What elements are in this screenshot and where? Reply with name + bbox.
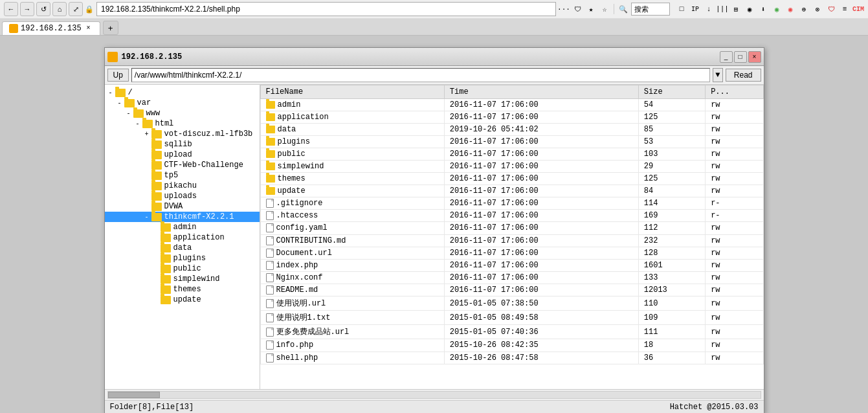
table-row[interactable]: Nginx.conf2016-11-07 17:06:00133rw — [260, 272, 763, 284]
table-row[interactable]: config.yaml2016-11-07 17:06:00112rw — [260, 222, 763, 234]
path-input[interactable] — [131, 68, 710, 82]
tree-toggle-html[interactable]: - — [133, 120, 142, 128]
ext2-icon[interactable]: ◉ — [785, 3, 796, 15]
col-size[interactable]: Size — [638, 85, 705, 99]
table-row[interactable]: Document.url2016-11-07 17:06:00128rw — [260, 247, 763, 259]
table-row[interactable]: index.php2016-11-07 17:06:001601rw — [260, 259, 763, 271]
new-tab-button[interactable]: + — [103, 21, 118, 35]
tree-node-vot[interactable]: +vot-discuz.ml-lfb3b — [105, 129, 260, 139]
table-row[interactable]: .htaccess2016-11-07 17:06:00169r- — [260, 210, 763, 222]
table-row[interactable]: plugins2016-11-07 17:06:0053rw — [260, 136, 763, 148]
doc-file-icon — [266, 199, 274, 208]
library-icon[interactable]: ||| — [717, 3, 728, 15]
table-row[interactable]: themes2016-11-07 17:06:00125rw — [260, 173, 763, 185]
tree-node-dvwa[interactable]: DVWA — [105, 201, 260, 212]
tree-node-tp5[interactable]: tp5 — [105, 170, 260, 181]
tree-node-t-plugins[interactable]: plugins — [105, 253, 260, 263]
doc-file-icon — [266, 340, 274, 350]
tree-node-www[interactable]: -www — [105, 108, 260, 118]
col-time[interactable]: Time — [444, 85, 638, 99]
ext5-icon[interactable]: 🛡 — [825, 3, 837, 15]
tree-node-thinkcmf[interactable]: -thinkcmf-X2.2.1 — [105, 212, 260, 222]
tree-node-pikachu[interactable]: pikachu — [105, 181, 260, 191]
shield-icon[interactable]: 🛡 — [572, 3, 583, 15]
table-row[interactable]: CONTRIBUTING.md2016-11-07 17:06:00232rw — [260, 234, 763, 247]
table-row[interactable]: data2019-10-26 05:41:0285rw — [260, 124, 763, 136]
up-button[interactable]: Up — [107, 69, 129, 82]
tree-node-ctf[interactable]: CTF-Web-Challenge — [105, 160, 260, 170]
save-icon[interactable]: ⬇ — [757, 3, 769, 15]
ext1-icon[interactable]: ◉ — [771, 3, 783, 15]
search-input[interactable] — [631, 3, 670, 16]
file-perm-cell: rw — [706, 272, 763, 284]
table-row[interactable]: .gitignore2016-11-07 17:06:00114r- — [260, 197, 763, 210]
tab-close-button[interactable]: × — [84, 24, 93, 33]
back-button[interactable]: ← — [4, 2, 18, 16]
star-icon[interactable]: ☆ — [599, 3, 610, 15]
tree-node-t-public[interactable]: public — [105, 263, 260, 274]
screenshot-icon[interactable]: □ — [676, 3, 687, 15]
col-filename[interactable]: FileName — [260, 85, 444, 99]
table-row[interactable]: public2016-11-07 17:06:00103rw — [260, 148, 763, 161]
table-row[interactable]: 使用说明.url2015-01-05 07:38:50110rw — [260, 296, 763, 311]
table-row[interactable]: update2016-11-07 17:06:0084rw — [260, 185, 763, 197]
table-row[interactable]: application2016-11-07 17:06:00125rw — [260, 111, 763, 124]
read-button[interactable]: Read — [726, 69, 761, 82]
tree-node-t-simplewind[interactable]: simplewind — [105, 274, 260, 284]
file-size-cell: 103 — [638, 148, 705, 161]
table-row[interactable]: info.php2015-10-26 08:42:3518rw — [260, 339, 763, 352]
col-perm[interactable]: P... — [706, 85, 763, 99]
tree-toggle-thinkcmf[interactable]: - — [142, 214, 151, 221]
tree-toggle-var[interactable]: - — [115, 100, 124, 107]
file-size-cell: 112 — [638, 222, 705, 234]
ext4-icon[interactable]: ⊗ — [812, 3, 823, 15]
ext3-icon[interactable]: ⊕ — [798, 3, 810, 15]
horizontal-scrollbar[interactable] — [107, 391, 761, 399]
tree-node-t-application[interactable]: application — [105, 232, 260, 243]
download-icon[interactable]: ↓ — [703, 3, 715, 15]
minimize-button[interactable]: _ — [720, 51, 733, 63]
table-row[interactable]: admin2016-11-07 17:06:0054rw — [260, 99, 763, 111]
table-row[interactable]: simplewind2016-11-07 17:06:0029rw — [260, 161, 763, 173]
maximize-button[interactable]: □ — [734, 51, 747, 63]
table-row[interactable]: README.md2016-11-07 17:06:0012013rw — [260, 284, 763, 296]
tree-node-sqllib[interactable]: sqllib — [105, 139, 260, 150]
tree-node-t-data[interactable]: data — [105, 243, 260, 253]
file-name-cell: Document.url — [260, 247, 444, 259]
app-toolbar: Up ▼ Read — [105, 66, 764, 85]
search-icon[interactable]: 🔍 — [618, 3, 629, 15]
forward-button[interactable]: → — [20, 2, 34, 16]
address-bar[interactable] — [96, 2, 556, 16]
more-icon[interactable]: ··· — [558, 3, 570, 15]
tree-node-upload[interactable]: upload — [105, 150, 260, 160]
expand-button[interactable]: ⤢ — [69, 2, 83, 16]
home-button[interactable]: ⌂ — [52, 2, 67, 16]
table-row[interactable]: 使用说明1.txt2015-01-05 08:49:58109rw — [260, 311, 763, 325]
tree-node-html[interactable]: -html — [105, 118, 260, 129]
file-size-cell: 232 — [638, 234, 705, 247]
path-dropdown[interactable]: ▼ — [713, 68, 723, 82]
tree-node-t-update[interactable]: update — [105, 295, 260, 305]
tree-toggle-root[interactable]: - — [106, 89, 115, 96]
tab-favicon — [9, 24, 18, 33]
tree-node-root[interactable]: -/ — [105, 87, 260, 98]
ext6-icon[interactable]: ≡ — [839, 3, 851, 15]
bookmark-star-icon[interactable]: ★ — [585, 3, 597, 15]
tree-node-uploads[interactable]: uploads — [105, 191, 260, 201]
table-row[interactable]: shell.php2015-10-26 08:47:5836rw — [260, 352, 763, 364]
reload-button[interactable]: ↺ — [36, 2, 50, 16]
file-name-text: Nginx.conf — [276, 273, 323, 282]
active-tab[interactable]: 192.168.2.135 × — [2, 21, 100, 35]
file-name-cell: Nginx.conf — [260, 272, 444, 284]
tree-toggle-vot[interactable]: + — [142, 131, 151, 138]
scrollbar-thumb[interactable] — [108, 392, 160, 398]
account-icon[interactable]: ◉ — [744, 3, 755, 15]
tab-icon[interactable]: ⊞ — [730, 3, 742, 15]
tree-toggle-www[interactable]: - — [124, 110, 133, 117]
tree-node-t-admin[interactable]: admin — [105, 222, 260, 232]
table-row[interactable]: 更多免费成品站.url2015-01-05 07:40:36111rw — [260, 325, 763, 339]
tree-node-var[interactable]: -var — [105, 98, 260, 108]
folder-icon-root — [115, 89, 126, 97]
close-button[interactable]: × — [748, 51, 761, 63]
tree-node-t-themes[interactable]: themes — [105, 284, 260, 295]
